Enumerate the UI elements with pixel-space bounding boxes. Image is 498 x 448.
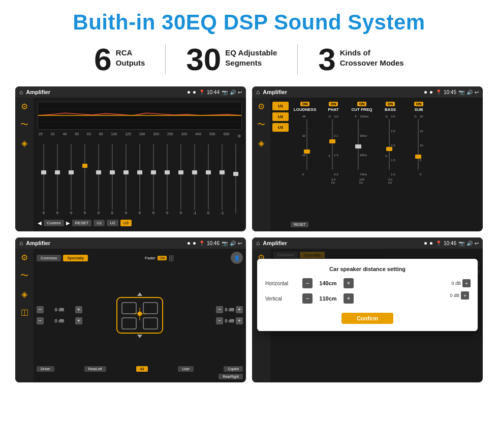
db-minus-1[interactable]: − xyxy=(37,306,44,313)
home-icon-3[interactable]: ⌂ xyxy=(19,240,23,247)
db-plus-1[interactable]: + xyxy=(75,306,82,313)
eq-slider-6[interactable]: 0 xyxy=(106,144,118,215)
eq-custom-btn[interactable]: Custom xyxy=(44,220,64,226)
speaker-settings-icon[interactable]: 👤 xyxy=(231,252,243,264)
back-icon-3[interactable]: ↩ xyxy=(238,241,242,246)
eq-speaker-icon[interactable]: ◈ xyxy=(21,138,27,148)
home-icon[interactable]: ⌂ xyxy=(19,88,23,96)
amp-loudness-on[interactable]: ON xyxy=(300,102,310,106)
amp-cutfreq-on[interactable]: ON xyxy=(357,102,367,106)
dialog-confirm-btn[interactable]: Confirm xyxy=(341,313,393,324)
location-icon: 📍 xyxy=(199,89,205,95)
stat-number-crossover: 3 xyxy=(318,44,335,75)
amp-speaker-icon[interactable]: ◈ xyxy=(258,138,264,148)
volume-icon: 🔊 xyxy=(230,89,236,95)
vertical-plus-btn[interactable]: + xyxy=(344,293,354,304)
footer-rearleft-btn[interactable]: RearLeft xyxy=(84,366,106,372)
eq-slider-1[interactable]: 0 xyxy=(38,144,50,215)
db-minus-2[interactable]: − xyxy=(37,317,44,324)
page-wrapper: Buith-in 30EQ DSP Sound System 6 RCA Out… xyxy=(0,0,498,387)
vertical-minus-btn[interactable]: − xyxy=(302,293,313,304)
eq-slider-15[interactable] xyxy=(230,144,242,215)
horizontal-plus-btn[interactable]: + xyxy=(344,278,354,288)
eq-u2-btn[interactable]: U2 xyxy=(107,220,118,226)
eq-slider-3[interactable]: 0 xyxy=(65,144,77,215)
amp-sub-on[interactable]: ON xyxy=(414,102,424,106)
fader-on-badge[interactable]: ON xyxy=(158,256,167,260)
eq-slider-9[interactable]: 0 xyxy=(147,144,160,215)
back-icon[interactable]: ↩ xyxy=(238,89,242,95)
speaker-tab-specialty[interactable]: Specialty xyxy=(63,255,87,261)
speaker-diagram xyxy=(84,266,195,364)
horizontal-minus-btn[interactable]: − xyxy=(302,278,313,288)
amp-preset-u3[interactable]: U3 xyxy=(272,123,289,132)
eq-slider-10[interactable]: 0 xyxy=(161,144,173,215)
db-minus-3[interactable]: − xyxy=(216,306,223,313)
eq-main-screen: 25 32 40 50 63 80 100 125 160 200 250 32… xyxy=(34,98,246,231)
svg-rect-6 xyxy=(143,303,158,314)
eq-wave-icon[interactable]: 〜 xyxy=(20,120,28,130)
eq-next-btn[interactable]: ▶ xyxy=(66,220,70,226)
vertical-row: Vertical − 110cm + xyxy=(265,293,470,304)
eq-slider-7[interactable]: 0 xyxy=(120,144,132,215)
eq-slider-13[interactable]: 0 xyxy=(202,144,214,215)
eq-bottom-bar: ◀ Custom ▶ RESET U1 U2 U3 xyxy=(38,219,242,227)
stat-number-eq: 30 xyxy=(186,44,221,75)
speaker-wave-icon[interactable]: 〜 xyxy=(20,271,28,281)
eq-slider-11[interactable]: 0 xyxy=(175,144,187,215)
expand-arrow[interactable]: » xyxy=(237,132,241,139)
speaker-speaker-icon[interactable]: ◈ xyxy=(21,289,27,299)
horizontal-row: Horizontal − 140cm + xyxy=(265,278,470,288)
status-dot-5 xyxy=(188,242,190,245)
amp-preset-u2[interactable]: U2 xyxy=(272,112,289,121)
camera-icon: 📷 xyxy=(222,89,228,95)
amp-wave-icon[interactable]: 〜 xyxy=(257,120,265,130)
footer-driver-btn[interactable]: Driver xyxy=(37,366,54,372)
amp-filter-icon[interactable]: ⚙ xyxy=(258,102,265,111)
amp-phat-slider[interactable] xyxy=(332,119,333,170)
amp-reset-btn[interactable]: RESET xyxy=(291,222,308,227)
db-minus-4[interactable]: − xyxy=(216,317,223,324)
amp-loudness-slider[interactable] xyxy=(306,119,307,170)
amp-bass-slider[interactable] xyxy=(389,119,390,170)
eq-u1-btn[interactable]: U1 xyxy=(94,220,105,226)
eq-slider-4[interactable]: 5 xyxy=(79,144,91,215)
amp-cutfreq-label: CUT FREQ xyxy=(352,107,372,112)
back-icon-4[interactable]: ↩ xyxy=(475,241,479,246)
eq-slider-12[interactable]: -1 xyxy=(189,144,201,215)
db-value-4: 0 dB xyxy=(225,318,234,323)
footer-copilot-btn[interactable]: Copilot xyxy=(224,366,243,372)
distance-app-name: Amplifier xyxy=(263,240,421,246)
eq-slider-2[interactable]: 0 xyxy=(51,144,64,215)
amp-cutfreq-slider[interactable] xyxy=(358,119,359,170)
home-icon-4[interactable]: ⌂ xyxy=(256,240,260,247)
fader-slider-handle[interactable]: ||| xyxy=(169,254,173,261)
eq-u3-btn[interactable]: U3 xyxy=(120,220,132,226)
amp-preset-u1[interactable]: U1 xyxy=(272,102,289,110)
eq-filter-icon[interactable]: ⚙ xyxy=(21,102,28,111)
footer-all-btn[interactable]: All xyxy=(136,366,148,372)
right-db-plus-2[interactable]: + xyxy=(461,291,469,300)
amp-sub-slider[interactable] xyxy=(418,119,419,170)
amp-bass-on[interactable]: ON xyxy=(386,102,395,106)
home-icon-2[interactable]: ⌂ xyxy=(256,88,260,96)
eq-slider-5[interactable]: 0 xyxy=(92,144,105,215)
back-icon-2[interactable]: ↩ xyxy=(475,89,479,95)
location-icon-4: 📍 xyxy=(435,241,442,246)
speaker-tab-common[interactable]: Common xyxy=(37,255,61,261)
eq-slider-14[interactable]: -1 xyxy=(216,144,228,215)
amp-phat-on[interactable]: ON xyxy=(329,102,338,106)
right-db-plus-1[interactable]: + xyxy=(462,279,471,287)
footer-user-btn[interactable]: User xyxy=(178,366,194,372)
db-plus-3[interactable]: + xyxy=(236,306,243,313)
eq-reset-btn[interactable]: RESET xyxy=(72,220,92,226)
eq-slider-8[interactable]: 0 xyxy=(134,144,146,215)
amp-time: 10:45 xyxy=(444,89,456,95)
speaker-filter-icon[interactable]: ⚙ xyxy=(21,253,28,262)
eq-prev-btn[interactable]: ◀ xyxy=(38,220,42,226)
db-plus-2[interactable]: + xyxy=(75,317,82,324)
speaker-extra-icon[interactable]: ◫ xyxy=(21,307,28,317)
eq-time: 10:44 xyxy=(207,89,220,95)
footer-rearright-btn[interactable]: RearRight xyxy=(219,374,243,379)
db-plus-4[interactable]: + xyxy=(236,317,243,324)
